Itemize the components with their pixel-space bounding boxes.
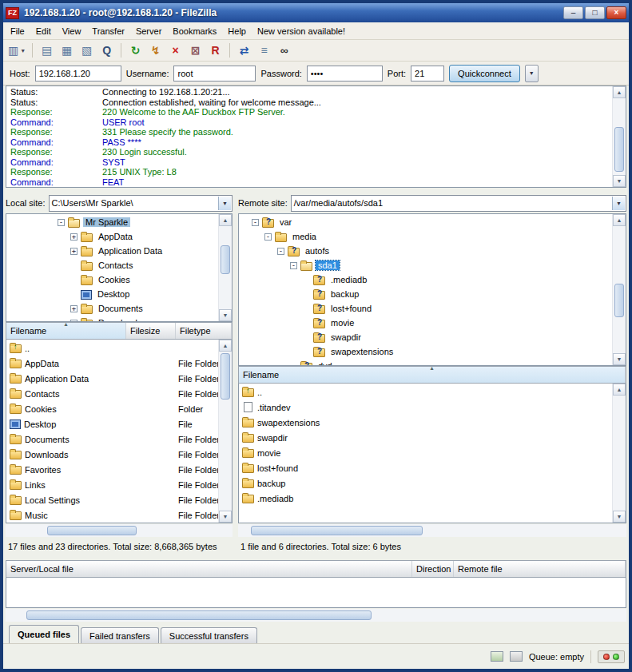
quickconnect-dropdown-button[interactable]: ▼: [525, 65, 539, 82]
menu-help[interactable]: Help: [222, 24, 252, 38]
local-site-combo[interactable]: C:\Users\Mr Sparkle\ ▼: [49, 195, 233, 212]
remote-list-vscrollbar[interactable]: ▲ ▼: [612, 384, 626, 523]
tree-row-movie[interactable]: movie: [239, 316, 612, 330]
tree-row-cookies[interactable]: Cookies: [6, 272, 218, 287]
file-row-music[interactable]: MusicFile Folder: [6, 507, 218, 523]
menu-new-version-available[interactable]: New version available!: [252, 24, 351, 38]
menu-view[interactable]: View: [57, 24, 87, 38]
tree-row-application-data[interactable]: +Application Data: [6, 244, 218, 258]
tree-row-var[interactable]: -var: [239, 215, 612, 229]
menu-server[interactable]: Server: [130, 24, 167, 38]
file-row-desktop[interactable]: DesktopFile: [6, 416, 218, 431]
compare-icon[interactable]: ⇄: [235, 42, 253, 59]
column-header-server-local-file[interactable]: Server/Local file: [6, 561, 412, 577]
expand-icon[interactable]: +: [70, 233, 78, 241]
file-row-documents[interactable]: DocumentsFile Folder: [6, 431, 218, 447]
scroll-down-icon[interactable]: ▼: [219, 511, 232, 523]
column-header-direction[interactable]: Direction: [412, 561, 454, 577]
speed-limits-icon[interactable]: [491, 651, 503, 662]
remote-hscrollbar[interactable]: [238, 524, 626, 537]
queue-hscroll-thumb[interactable]: [26, 610, 372, 620]
tree-row-documents[interactable]: +Documents: [6, 301, 218, 316]
file-row-application-data[interactable]: Application DataFile Folder: [6, 371, 218, 386]
queue-hscrollbar[interactable]: [6, 609, 626, 622]
remote-tree-vscroll-track[interactable]: [613, 226, 626, 353]
minimize-button[interactable]: –: [563, 6, 583, 19]
disconnect-icon[interactable]: ⊠: [186, 42, 205, 59]
menu-file[interactable]: File: [5, 24, 30, 38]
scroll-down-icon[interactable]: ▼: [613, 353, 626, 365]
filter-icon[interactable]: [510, 651, 523, 662]
column-header-filetype[interactable]: Filetype: [176, 323, 232, 339]
tab-queued-files[interactable]: Queued files: [9, 625, 79, 643]
tree-row-media[interactable]: -media: [239, 229, 612, 244]
remote-tree-vscroll-thumb[interactable]: [614, 284, 624, 317]
collapse-icon[interactable]: -: [277, 248, 284, 255]
local-tree-vscroll-thumb[interactable]: [221, 245, 230, 274]
scroll-up-icon[interactable]: ▲: [613, 86, 626, 98]
host-input[interactable]: [35, 66, 121, 82]
file-row-contacts[interactable]: ContactsFile Folder: [6, 386, 218, 401]
column-header-remote-file[interactable]: Remote file: [454, 561, 626, 577]
port-input[interactable]: [411, 66, 444, 82]
close-button[interactable]: ×: [606, 6, 626, 19]
log-vscroll-thumb[interactable]: [614, 127, 624, 172]
remote-hscroll-thumb[interactable]: [251, 526, 423, 535]
menu-transfer[interactable]: Transfer: [86, 24, 130, 38]
column-header-filesize[interactable]: Filesize: [126, 323, 176, 339]
collapse-icon[interactable]: -: [58, 219, 65, 226]
scroll-up-icon[interactable]: ▲: [613, 384, 626, 396]
tab-successful-transfers[interactable]: Successful transfers: [161, 627, 257, 643]
tree-row-contacts[interactable]: Contacts: [6, 258, 218, 272]
maximize-button[interactable]: □: [585, 6, 605, 19]
file-row-swapdir[interactable]: swapdir: [239, 430, 612, 445]
sync-browsing-icon[interactable]: ≡: [255, 42, 273, 59]
toggle-log-icon[interactable]: ▤: [38, 42, 56, 59]
local-list-vscrollbar[interactable]: ▲ ▼: [218, 340, 232, 523]
cancel-icon[interactable]: ×: [166, 42, 185, 59]
menu-bookmarks[interactable]: Bookmarks: [167, 24, 222, 38]
tab-failed-transfers[interactable]: Failed transfers: [81, 627, 159, 643]
file-row-cookies[interactable]: CookiesFolder: [6, 401, 218, 416]
password-input[interactable]: [307, 66, 383, 82]
remote-site-combo[interactable]: /var/media/autofs/sda1 ▼: [291, 195, 626, 212]
scroll-down-icon[interactable]: ▼: [613, 175, 626, 187]
reconnect-icon[interactable]: R: [206, 42, 225, 59]
file-row-[interactable]: ..: [6, 340, 218, 356]
file-row-favorites[interactable]: FavoritesFile Folder: [6, 462, 218, 477]
site-manager-icon[interactable]: ▥▼: [6, 42, 27, 59]
tree-row-mediadb[interactable]: .mediadb: [239, 272, 612, 287]
tree-row-dvd[interactable]: dvd: [239, 359, 612, 365]
file-row-downloads[interactable]: DownloadsFile Folder: [6, 447, 218, 462]
expand-icon[interactable]: +: [70, 320, 78, 322]
tree-row-sda1[interactable]: -sda1: [239, 258, 612, 272]
collapse-icon[interactable]: -: [290, 262, 297, 269]
tree-row-mr-sparkle[interactable]: -Mr Sparkle: [6, 215, 218, 229]
queue-body[interactable]: [6, 578, 626, 608]
scroll-up-icon[interactable]: ▲: [219, 340, 232, 352]
toggle-queue-icon[interactable]: Q: [97, 42, 116, 59]
tree-row-backup[interactable]: backup: [239, 287, 612, 301]
column-header-filename[interactable]: Filename▴: [6, 323, 126, 339]
titlebar[interactable]: FZ 192.168.1.20 - root@192.168.1.20 - Fi…: [3, 3, 629, 22]
scroll-down-icon[interactable]: ▼: [613, 511, 626, 523]
tree-row-downloads[interactable]: +Downloads: [6, 316, 218, 321]
local-tree-vscroll-track[interactable]: [219, 226, 232, 309]
menu-edit[interactable]: Edit: [30, 24, 57, 38]
log-vscroll-track[interactable]: [613, 98, 626, 175]
tree-row-appdata[interactable]: +AppData: [6, 229, 218, 244]
find-icon[interactable]: ∞: [275, 42, 293, 59]
tree-row-lost-found[interactable]: lost+found: [239, 301, 612, 316]
process-queue-icon[interactable]: ↯: [146, 42, 165, 59]
local-list-vscroll-track[interactable]: [219, 352, 232, 511]
file-row-mediadb[interactable]: .mediadb: [239, 491, 612, 506]
local-tree-vscrollbar[interactable]: ▲ ▼: [218, 214, 232, 321]
toggle-remote-tree-icon[interactable]: ▧: [78, 42, 96, 59]
file-row-appdata[interactable]: AppDataFile Folder: [6, 356, 218, 371]
quickconnect-button[interactable]: Quickconnect: [449, 65, 520, 82]
toggle-local-tree-icon[interactable]: ▦: [58, 42, 76, 59]
collapse-icon[interactable]: -: [264, 233, 272, 241]
file-row-titandev[interactable]: .titandev: [239, 400, 612, 415]
username-input[interactable]: [173, 66, 256, 82]
local-hscrollbar[interactable]: [6, 524, 233, 537]
